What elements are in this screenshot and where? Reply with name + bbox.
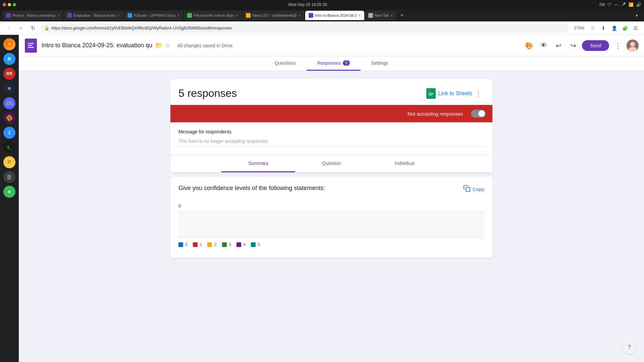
taskbar-clock: Wed Sep 25 16:05:30: [288, 2, 327, 7]
tab-search-button[interactable]: ▾: [632, 11, 641, 20]
tab-close-7[interactable]: ✕: [390, 14, 393, 17]
responses-more-button[interactable]: ⋮: [472, 87, 484, 100]
accepting-responses-toggle[interactable]: [471, 110, 486, 118]
close-dot[interactable]: [3, 3, 6, 6]
tab-label-3: RStudio - UPPMAX Docu: [134, 13, 175, 17]
browser-tab-5[interactable]: Inbox (37) - rjcbilderbeek@ ✕: [243, 11, 305, 20]
bookmark-star-icon[interactable]: ☆: [588, 24, 597, 33]
taskbar-minimize[interactable]: —: [614, 2, 618, 7]
sidebar-item-terminal[interactable]: $_: [3, 141, 16, 154]
back-button[interactable]: ‹: [4, 23, 13, 33]
tab-close-6[interactable]: ✕: [358, 14, 361, 17]
summary-tabs: Summary Question Individual: [170, 155, 492, 173]
sidebar-item-slack[interactable]: [3, 111, 16, 125]
legend-color-1: [193, 242, 198, 247]
preview-button[interactable]: 👁: [538, 40, 550, 52]
reload-button[interactable]: ↻: [28, 23, 38, 33]
not-accepting-banner: Not accepting responses: [170, 105, 492, 122]
maximize-dot[interactable]: [13, 3, 16, 6]
chart-gridline: [178, 211, 484, 212]
taskbar-volume: 🔊: [636, 2, 641, 7]
svg-rect-11: [428, 89, 434, 98]
browser-tab-1[interactable]: Project - Bianca workshop ✕: [3, 11, 63, 20]
taskbar-user: 2M: [599, 2, 605, 7]
tab-favicon-7: [368, 13, 373, 18]
svg-rect-14: [429, 95, 432, 96]
tab-close-2[interactable]: ✕: [117, 14, 120, 17]
sidebar-item-manjaro[interactable]: M: [3, 185, 16, 198]
svg-rect-15: [466, 187, 470, 191]
forms-line-1: [28, 43, 34, 44]
legend-item-2: 2: [207, 242, 216, 247]
svg-point-1: [8, 43, 11, 46]
forms-header-actions: 🎨 👁 ↩ ↪ Send ⋮: [523, 40, 639, 52]
legend-color-2: [207, 242, 212, 247]
tab-favicon-6: [309, 13, 313, 18]
sidebar-item-trash[interactable]: 🗑: [3, 170, 16, 184]
legend-color-3: [222, 242, 227, 247]
tab-summary[interactable]: Summary: [221, 155, 295, 172]
sidebar-item-zoom[interactable]: Z: [3, 126, 16, 139]
tab-questions[interactable]: Questions: [264, 56, 307, 71]
sidebar-item-r[interactable]: R: [3, 52, 16, 66]
browser-tab-2[interactable]: Evaluation - Bianca works ✕: [64, 11, 124, 20]
legend-label-2: 2: [214, 242, 216, 247]
sidebar-item-discord[interactable]: [3, 97, 16, 110]
forms-logo-lines: [26, 41, 36, 50]
browser-tab-7[interactable]: New Tab ✕: [365, 11, 397, 20]
tab-question[interactable]: Question: [295, 155, 368, 172]
url-bar[interactable]: 🔒 https://docs.google.com/forms/d/1y5VEB…: [40, 23, 569, 33]
sidebar-item-steam[interactable]: [3, 82, 16, 95]
forms-title-area: Intro to Bianca 2024-09-25: evaluation q…: [42, 42, 519, 49]
copy-button[interactable]: Copy: [463, 185, 484, 194]
message-input[interactable]: This form is no longer accepting respons…: [178, 138, 484, 147]
sheets-icon: [426, 88, 436, 99]
download-icon[interactable]: ⬇: [599, 24, 608, 33]
browser-menu-icon[interactable]: ☰: [631, 24, 640, 33]
tab-close-1[interactable]: ✕: [57, 14, 60, 17]
tab-settings[interactable]: Settings: [361, 56, 399, 71]
legend-color-4: [236, 242, 241, 247]
toggle-thumb: [478, 110, 485, 117]
message-section: Message for respondents This form is no …: [170, 122, 492, 155]
browser-tab-4[interactable]: File transfer to/from Bian ✕: [184, 11, 241, 20]
browser-tab-3[interactable]: RStudio - UPPMAX Docu ✕: [124, 11, 183, 20]
zoom-indicator: 170%: [572, 25, 586, 31]
extensions-icon[interactable]: 🧩: [621, 24, 629, 33]
legend-item-4: 4: [236, 242, 246, 247]
forward-button[interactable]: ›: [16, 23, 25, 33]
notes-icon: [3, 156, 15, 168]
tab-responses[interactable]: Responses 5: [307, 56, 361, 71]
legend-item-3: 3: [222, 242, 231, 247]
user-avatar[interactable]: [627, 40, 639, 52]
new-tab-button[interactable]: +: [397, 11, 407, 20]
tab-close-3[interactable]: ✕: [177, 14, 180, 17]
profile-icon[interactable]: 👤: [610, 24, 619, 33]
legend-color-5: [251, 242, 256, 247]
help-button[interactable]: ?: [623, 341, 636, 354]
url-text: https://docs.google.com/forms/d/1y5VEB8z…: [51, 26, 232, 31]
star-icon[interactable]: ☆: [165, 42, 170, 49]
undo-button[interactable]: ↩: [552, 40, 565, 52]
sidebar-item-rr[interactable]: RR: [3, 67, 16, 80]
main-layout: R RR Z $_: [0, 35, 644, 362]
sidebar-item-notes[interactable]: [3, 156, 16, 169]
app-sidebar: R RR Z $_: [0, 35, 19, 362]
tab-close-5[interactable]: ✕: [299, 14, 301, 17]
browser-tab-6[interactable]: Intro to Bianca 2024-09-2 ✕: [305, 11, 364, 20]
tab-individual[interactable]: Individual: [368, 155, 441, 172]
window-controls[interactable]: [3, 3, 16, 6]
tab-label-7: New Tab: [375, 13, 389, 17]
sidebar-item-firefox[interactable]: [3, 38, 16, 51]
legend-color-0: [178, 242, 183, 247]
minimize-dot[interactable]: [8, 3, 11, 6]
taskbar-left: [3, 3, 16, 6]
redo-button[interactable]: ↪: [567, 40, 579, 52]
send-button[interactable]: Send: [582, 40, 609, 51]
tab-close-4[interactable]: ✕: [236, 14, 238, 17]
palette-button[interactable]: 🎨: [523, 40, 535, 52]
more-options-button[interactable]: ⋮: [612, 40, 624, 52]
folder-icon[interactable]: 📁: [155, 42, 162, 49]
svg-rect-12: [429, 93, 433, 94]
link-to-sheets-button[interactable]: Link to Sheets: [426, 88, 472, 99]
